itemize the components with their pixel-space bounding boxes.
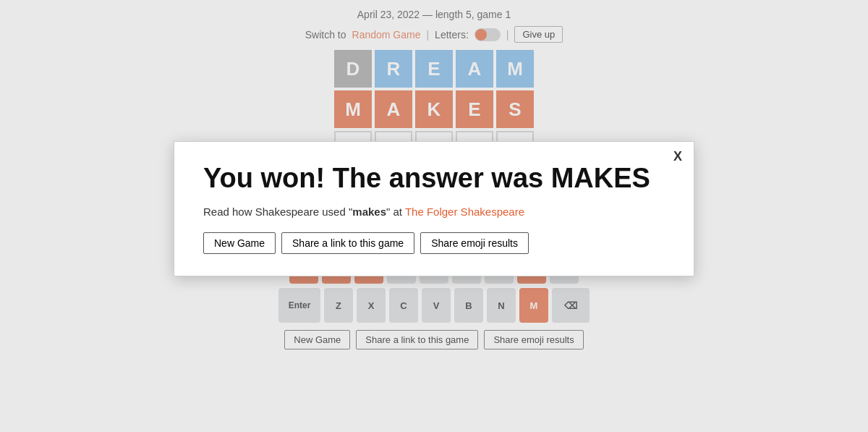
modal-title: You won! The answer was MAKES [203,164,665,194]
folger-link[interactable]: The Folger Shakespeare [405,206,524,218]
modal-share-link-button[interactable]: Share a link to this game [281,232,414,254]
modal-close-button[interactable]: X [673,149,682,164]
subtitle-pre: Read how Shakespeare used " [203,206,352,218]
modal-new-game-button[interactable]: New Game [203,232,276,254]
modal: X You won! The answer was MAKES Read how… [174,141,694,276]
subtitle-mid: " at [386,206,405,218]
modal-subtitle: Read how Shakespeare used "makes" at The… [203,206,665,218]
subtitle-word: makes [352,206,386,218]
modal-overlay: X You won! The answer was MAKES Read how… [0,0,868,432]
modal-share-emoji-button[interactable]: Share emoji results [420,232,529,254]
modal-buttons: New Game Share a link to this game Share… [203,232,665,254]
